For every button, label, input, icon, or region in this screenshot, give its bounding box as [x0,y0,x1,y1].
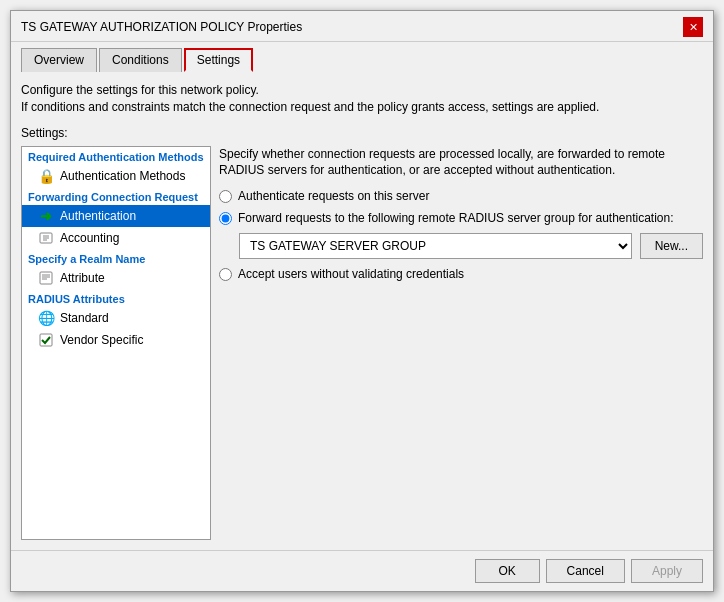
description-text: Configure the settings for this network … [21,82,703,116]
dialog-title: TS GATEWAY AUTHORIZATION POLICY Properti… [21,20,302,34]
attribute-icon [38,270,54,286]
radio-accept-label: Accept users without validating credenti… [238,267,464,281]
nav-item-attribute[interactable]: Attribute [22,267,210,289]
close-button[interactable]: ✕ [683,17,703,37]
radio-group: Authenticate requests on this server For… [219,189,703,281]
nav-item-standard[interactable]: 🌐 Standard [22,307,210,329]
nav-item-authentication[interactable]: ➜ Authentication [22,205,210,227]
radio-local-label: Authenticate requests on this server [238,189,429,203]
nav-section-required-auth[interactable]: Required Authentication Methods [22,147,210,165]
title-bar: TS GATEWAY AUTHORIZATION POLICY Properti… [11,11,713,42]
radio-forward-input[interactable] [219,212,232,225]
new-button[interactable]: New... [640,233,703,259]
nav-item-accounting[interactable]: Accounting [22,227,210,249]
left-nav-panel: Required Authentication Methods 🔒 Authen… [21,146,211,540]
tab-bar: Overview Conditions Settings [11,42,713,72]
dialog-window: TS GATEWAY AUTHORIZATION POLICY Properti… [10,10,714,592]
tab-settings[interactable]: Settings [184,48,253,72]
tab-overview[interactable]: Overview [21,48,97,72]
ok-button[interactable]: OK [475,559,540,583]
cancel-button[interactable]: Cancel [546,559,625,583]
radius-group-dropdown[interactable]: TS GATEWAY SERVER GROUP [239,233,632,259]
dialog-content: Configure the settings for this network … [11,72,713,550]
svg-rect-4 [40,272,52,284]
nav-item-auth-methods[interactable]: 🔒 Authentication Methods [22,165,210,187]
tab-conditions[interactable]: Conditions [99,48,182,72]
radio-forward[interactable]: Forward requests to the following remote… [219,211,703,225]
globe-icon: 🌐 [38,310,54,326]
vendor-icon [38,332,54,348]
radio-accept[interactable]: Accept users without validating credenti… [219,267,703,281]
bottom-button-bar: OK Cancel Apply [11,550,713,591]
accounting-icon [38,230,54,246]
svg-rect-8 [40,334,52,346]
arrow-green-icon: ➜ [38,208,54,224]
dropdown-row: TS GATEWAY SERVER GROUP New... [219,233,703,259]
right-description: Specify whether connection requests are … [219,146,703,180]
nav-section-radius[interactable]: RADIUS Attributes [22,289,210,307]
radio-local-input[interactable] [219,190,232,203]
nav-section-realm[interactable]: Specify a Realm Name [22,249,210,267]
radio-accept-input[interactable] [219,268,232,281]
radio-local[interactable]: Authenticate requests on this server [219,189,703,203]
right-panel: Specify whether connection requests are … [219,146,703,540]
nav-item-vendor-specific[interactable]: Vendor Specific [22,329,210,351]
main-area: Required Authentication Methods 🔒 Authen… [21,146,703,540]
apply-button[interactable]: Apply [631,559,703,583]
radio-forward-label: Forward requests to the following remote… [238,211,674,225]
nav-section-forwarding[interactable]: Forwarding Connection Request [22,187,210,205]
settings-label: Settings: [21,126,703,140]
lock-icon: 🔒 [38,168,54,184]
